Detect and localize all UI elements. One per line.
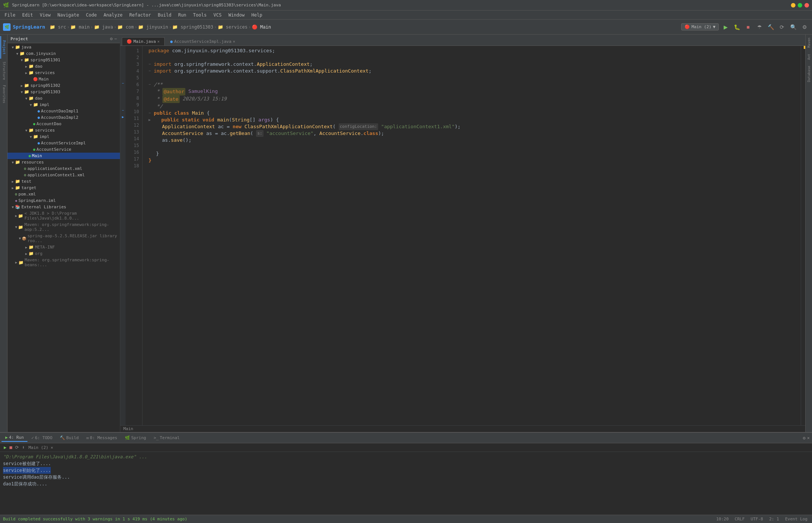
run-play-button[interactable]: ▶ <box>3 444 7 451</box>
menu-window[interactable]: Window <box>225 12 247 18</box>
bottom-tab-build[interactable]: 🔨 Build <box>56 434 82 441</box>
menu-refactor[interactable]: Refactor <box>126 12 154 18</box>
console-line-5: dao1层保存成功.... <box>3 481 809 487</box>
coverage-button[interactable]: ☂ <box>755 23 764 32</box>
panel-settings-icon[interactable]: ⚙ <box>110 36 113 41</box>
tree-item-org[interactable]: ▶ 📁 org <box>8 250 120 257</box>
tab-main-java-close[interactable]: × <box>158 39 160 44</box>
stop-button[interactable]: ■ <box>744 23 753 32</box>
status-encoding[interactable]: CRLF <box>733 517 746 521</box>
minimize-button[interactable] <box>791 3 795 8</box>
window-controls[interactable] <box>791 3 809 8</box>
bottom-tab-messages[interactable]: ✉ 0: Messages <box>82 434 121 441</box>
bottom-tab-run[interactable]: ▶ 4: Run <box>2 434 27 442</box>
status-charset[interactable]: UTF-8 <box>749 517 765 521</box>
status-event-log[interactable]: Event Log <box>783 517 809 521</box>
tree-item-dao-impl[interactable]: ▼ 📁 impl <box>8 102 120 108</box>
bottom-tab-todo[interactable]: ✓ 6: TODO <box>27 434 56 441</box>
sidebar-favorites-tab[interactable]: Favorites <box>0 83 7 105</box>
run-config-selector[interactable]: 🔴 Main (2) ▼ <box>681 23 719 30</box>
bottom-tab-spring[interactable]: 🌿 Spring <box>121 434 150 441</box>
menu-navigate[interactable]: Navigate <box>55 12 82 18</box>
tree-item-spring051303[interactable]: ▼ 📁 spring051303 <box>8 89 120 95</box>
breadcrumb-jinyuxin[interactable]: 📁 jinyuxin <box>138 24 168 30</box>
sidebar-structure-tab[interactable]: Structure <box>0 59 7 82</box>
bottom-close-button[interactable]: × <box>806 435 810 441</box>
tree-item-account-service-impl[interactable]: ● AccountServiceImpl <box>8 140 120 146</box>
breadcrumb-java[interactable]: 📁 java <box>94 24 113 30</box>
tree-item-pom[interactable]: ⚙ pom.xml <box>8 191 120 197</box>
tree-item-spring051301-dao[interactable]: ▶ 📁 dao <box>8 63 120 70</box>
breadcrumb-com[interactable]: 📁 com <box>117 24 134 30</box>
tree-item-spring051302[interactable]: ▶ 📁 spring051302 <box>8 82 120 89</box>
menu-run[interactable]: Run <box>175 12 189 18</box>
right-scrollbar-panel[interactable] <box>801 46 805 425</box>
code-line-7: * @author SamuelKing <box>148 88 795 96</box>
label-spring051303-main: Main <box>32 153 42 158</box>
tree-item-app-context[interactable]: ⚙ applicationContext.xml <box>8 165 120 172</box>
code-area[interactable]: package com.jinyuxin.spring051303.servic… <box>142 46 801 425</box>
tab-main-java[interactable]: 🔴 Main.java × <box>122 37 165 45</box>
maximize-button[interactable] <box>798 3 802 8</box>
menu-tools[interactable]: Tools <box>190 12 210 18</box>
tree-item-jdk[interactable]: ▶ 📁 < JDK1.8 > D:\Program Files\Java\jdk… <box>8 210 120 221</box>
tree-item-target[interactable]: ▶ 📁 target <box>8 185 120 191</box>
breadcrumb-services[interactable]: 📁 services <box>218 24 248 30</box>
tree-item-spring051301-services[interactable]: ▶ 📁 services <box>8 70 120 76</box>
tree-item-spring051303-dao[interactable]: ▼ 📁 dao <box>8 95 120 102</box>
menu-build[interactable]: Build <box>155 12 174 18</box>
label-account-service-impl: AccountServiceImpl <box>41 141 86 146</box>
tree-item-spring051301-main[interactable]: 🔴 Main <box>8 76 120 82</box>
sidebar-project-tab[interactable]: Project <box>0 36 7 59</box>
menu-help[interactable]: Help <box>248 12 265 18</box>
tree-item-app-context1[interactable]: ⚙ applicationContext1.xml <box>8 172 120 178</box>
run-stop-button[interactable]: ■ <box>9 444 13 451</box>
menu-file[interactable]: File <box>2 12 18 18</box>
tree-item-account-dao-impl2[interactable]: ● AccountDaoImpl2 <box>8 114 120 121</box>
search-button[interactable]: 🔍 <box>789 23 798 32</box>
run-close-icon[interactable]: × <box>51 445 53 450</box>
tree-item-maven-spring-beans[interactable]: ▶ 📁 Maven: org.springframework:spring-be… <box>8 257 120 268</box>
menu-vcs[interactable]: VCS <box>211 12 225 18</box>
run-button[interactable]: ▶ <box>721 23 730 32</box>
tree-item-test[interactable]: ▶ 📁 test <box>8 178 120 185</box>
panel-collapse-icon[interactable]: − <box>114 36 117 41</box>
tree-item-spring051303-services[interactable]: ▼ 📁 services <box>8 127 120 133</box>
tree-item-spring-aop-jar[interactable]: ▼ 📦 spring-aop-5.2.5.RELEASE.jar library… <box>8 233 120 244</box>
settings-button[interactable]: ⚙ <box>800 23 809 32</box>
close-button[interactable] <box>804 3 809 8</box>
run-rerun-button[interactable]: ⟳ <box>14 444 20 451</box>
build-button[interactable]: 🔨 <box>766 23 775 32</box>
bottom-tab-terminal[interactable]: >_ Terminal <box>150 434 183 441</box>
tree-item-account-dao-impl1[interactable]: ● AccountDaoImpl1 <box>8 108 120 114</box>
tree-item-meta-inf[interactable]: ▶ 📁 META-INF <box>8 244 120 250</box>
breadcrumb-spring051303[interactable]: 📁 spring051303 <box>172 24 213 30</box>
tree-item-iml[interactable]: ◆ SpringLearn.iml <box>8 197 120 204</box>
tree-item-maven-spring-aop[interactable]: ▼ 📁 Maven: org.springframework:spring-ao… <box>8 221 120 233</box>
tree-item-com-jinyuxin[interactable]: ▼ 📁 com.jinyuxin <box>8 50 120 57</box>
debug-button[interactable]: 🐛 <box>732 23 741 32</box>
breadcrumb-main-file[interactable]: 🔴 Main <box>252 24 271 30</box>
tree-item-account-service[interactable]: ● AccountService <box>8 146 120 153</box>
tree-item-spring051303-main[interactable]: ● Main <box>8 153 120 159</box>
tree-item-account-dao[interactable]: ● AccountDao <box>8 121 120 127</box>
tab-account-service-impl[interactable]: ● AccountServiceImpl.java × <box>165 37 240 45</box>
menu-code[interactable]: Code <box>83 12 100 18</box>
menu-analyze[interactable]: Analyze <box>100 12 126 18</box>
tab-account-service-impl-close[interactable]: × <box>233 39 235 44</box>
menu-edit[interactable]: Edit <box>19 12 36 18</box>
database-side-label[interactable]: Database <box>806 63 812 85</box>
tree-item-spring051301[interactable]: ▼ 📁 spring051301 <box>8 57 120 63</box>
tree-item-resources[interactable]: ▼ 📁 resources <box>8 159 120 165</box>
maven-side-label[interactable]: Maven <box>806 35 812 51</box>
tree-item-java[interactable]: ▼ 📁 java <box>8 44 120 50</box>
breadcrumb-main[interactable]: 📁 main <box>70 24 89 30</box>
breadcrumb-src[interactable]: 📁 src <box>50 24 66 30</box>
tree-item-external-libs[interactable]: ▼ 📚 External Libraries <box>8 204 120 210</box>
ant-side-label[interactable]: Ant <box>806 51 812 63</box>
sync-button[interactable]: ⟳ <box>777 23 786 32</box>
run-scroll-end-button[interactable]: ⬇ <box>21 444 25 451</box>
menu-view[interactable]: View <box>37 12 54 18</box>
bottom-settings-button[interactable]: ⚙ <box>802 435 806 441</box>
tree-item-services-impl[interactable]: ▼ 📁 impl <box>8 133 120 140</box>
